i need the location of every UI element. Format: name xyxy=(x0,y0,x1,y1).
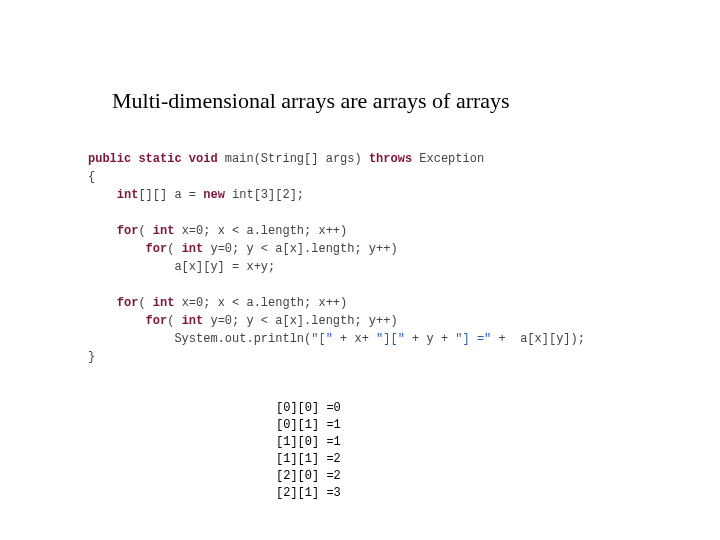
kw-int: int xyxy=(153,224,175,238)
decl-rest: int[3][2]; xyxy=(225,188,304,202)
concat-tail: + a[x][y]); xyxy=(491,332,585,346)
for-open: ( xyxy=(167,242,181,256)
kw-for: for xyxy=(117,296,139,310)
output-row: [1][0] =1 xyxy=(276,435,341,449)
for-cond: x=0; x < a.length; x++) xyxy=(174,224,347,238)
str-mid-bracket: "][" xyxy=(376,332,405,346)
for-open: ( xyxy=(138,224,152,238)
output-row: [0][1] =1 xyxy=(276,418,341,432)
indent xyxy=(88,314,146,328)
str-equals: "] =" xyxy=(455,332,491,346)
code-line-10: } xyxy=(88,350,95,364)
indent xyxy=(88,242,146,256)
for-open: ( xyxy=(167,314,181,328)
code-line-8: for( int y=0; y < a[x].length; y++) xyxy=(88,314,398,328)
code-line-6: a[x][y] = x+y; xyxy=(88,260,275,274)
println-head: System.out.println( xyxy=(88,332,311,346)
output-row: [1][1] =2 xyxy=(276,452,341,466)
indent xyxy=(88,296,117,310)
code-line-9: System.out.println("[" + x+ "][" + y + "… xyxy=(88,332,585,346)
for-cond: y=0; y < a[x].length; y++) xyxy=(203,314,397,328)
kw-new: new xyxy=(203,188,225,202)
str-open-bracket: "[" xyxy=(311,332,333,346)
method-signature: main(String[] args) xyxy=(218,152,369,166)
indent xyxy=(88,224,117,238)
throws-type: Exception xyxy=(412,152,484,166)
kw-static: static xyxy=(138,152,181,166)
code-line-3: int[][] a = new int[3][2]; xyxy=(88,188,304,202)
slide-title: Multi-dimensional arrays are arrays of a… xyxy=(112,88,510,114)
kw-public: public xyxy=(88,152,131,166)
kw-void: void xyxy=(189,152,218,166)
program-output: [0][0] =0 [0][1] =1 [1][0] =1 [1][1] =2 … xyxy=(276,400,341,502)
kw-int: int xyxy=(117,188,139,202)
code-line-5: for( int y=0; y < a[x].length; y++) xyxy=(88,242,398,256)
kw-throws: throws xyxy=(369,152,412,166)
kw-int: int xyxy=(153,296,175,310)
code-line-4: for( int x=0; x < a.length; x++) xyxy=(88,224,347,238)
kw-int: int xyxy=(182,314,204,328)
code-listing: public static void main(String[] args) t… xyxy=(88,150,585,366)
for-open: ( xyxy=(138,296,152,310)
slide: Multi-dimensional arrays are arrays of a… xyxy=(0,0,720,540)
kw-for: for xyxy=(146,314,168,328)
decl-mid: [][] a = xyxy=(138,188,203,202)
concat: + y + xyxy=(405,332,455,346)
code-line-7: for( int x=0; x < a.length; x++) xyxy=(88,296,347,310)
output-row: [2][0] =2 xyxy=(276,469,341,483)
kw-for: for xyxy=(117,224,139,238)
concat: + x+ xyxy=(333,332,376,346)
indent xyxy=(88,188,117,202)
kw-int: int xyxy=(182,242,204,256)
code-line-2: { xyxy=(88,170,95,184)
for-cond: x=0; x < a.length; x++) xyxy=(174,296,347,310)
code-line-1: public static void main(String[] args) t… xyxy=(88,152,484,166)
output-row: [2][1] =3 xyxy=(276,486,341,500)
for-cond: y=0; y < a[x].length; y++) xyxy=(203,242,397,256)
output-row: [0][0] =0 xyxy=(276,401,341,415)
kw-for: for xyxy=(146,242,168,256)
